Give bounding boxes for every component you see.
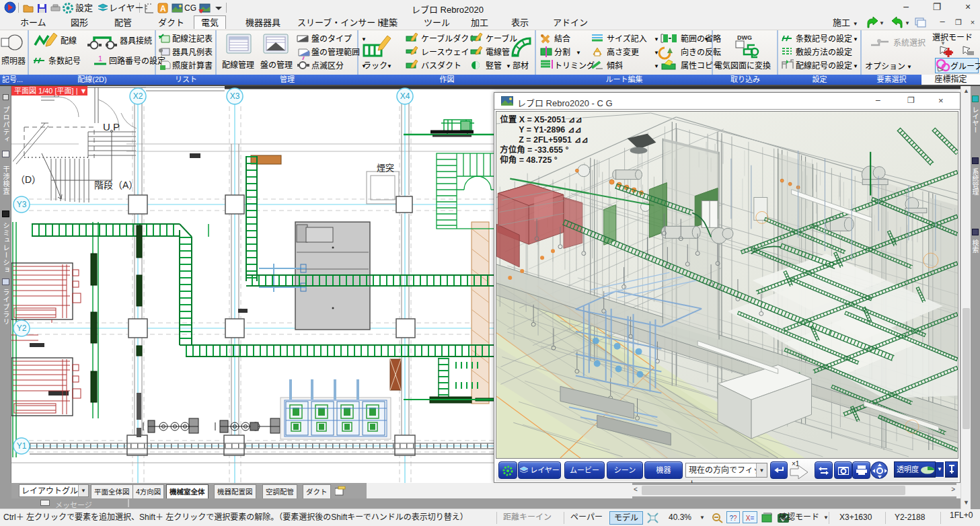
svg-text:盤の管理範囲: 盤の管理範囲	[311, 47, 360, 57]
svg-text:X3: X3	[230, 91, 240, 101]
svg-text:条数記号: 条数記号	[48, 56, 81, 66]
svg-text:サイズ記入: サイズ記入	[607, 34, 647, 44]
svg-text:Y2: Y2	[17, 324, 27, 333]
svg-text:敷設方法の設定: 敷設方法の設定	[796, 47, 852, 57]
svg-text:U P: U P	[103, 121, 120, 133]
svg-text:1: 1	[98, 54, 102, 63]
svg-text:方位角 = -33.655 °: 方位角 = -33.655 °	[500, 145, 568, 155]
svg-text:器具接続: 器具接続	[120, 36, 152, 46]
svg-text:電気図面に変換: 電気図面に変換	[714, 61, 771, 71]
svg-text:竪管: 竪管	[486, 61, 502, 71]
svg-text:系統選択: 系統選択	[893, 38, 926, 48]
svg-text:階段（A）: 階段（A）	[94, 180, 138, 190]
svg-text:点滅区分: 点滅区分	[311, 61, 344, 71]
svg-text:器具凡例表: 器具凡例表	[172, 48, 213, 57]
svg-text:▼: ▼	[361, 36, 367, 42]
svg-text:向きの反転: 向きの反転	[681, 47, 721, 57]
svg-text:（D）: （D）	[15, 174, 41, 185]
svg-text:Y3: Y3	[17, 200, 27, 209]
svg-text:照明器: 照明器	[1, 57, 26, 66]
svg-text:ケーブルダクト: ケーブルダクト	[421, 34, 477, 44]
svg-text:配線: 配線	[61, 36, 77, 46]
svg-text:▼: ▼	[576, 50, 581, 56]
svg-text:レースウェイ: レースウェイ	[421, 48, 469, 57]
svg-text:X2: X2	[133, 91, 143, 101]
svg-text:配線記号の設定: 配線記号の設定	[796, 61, 852, 71]
svg-text:盤のタイプ: 盤のタイプ	[311, 34, 352, 44]
svg-text:ケーブル: ケーブル	[486, 34, 517, 44]
svg-text:グループ: グループ	[950, 62, 980, 71]
svg-text:▼: ▼	[907, 64, 912, 70]
svg-text:▼: ▼	[654, 36, 659, 42]
svg-text:条数記号の設定: 条数記号の設定	[796, 34, 852, 44]
svg-text:▼: ▼	[387, 63, 392, 69]
svg-text:X4: X4	[400, 91, 410, 101]
svg-text:選択モード: 選択モード	[932, 33, 973, 42]
svg-text:▼: ▼	[853, 36, 858, 42]
svg-text:▼: ▼	[654, 63, 659, 69]
svg-text:配線管理: 配線管理	[222, 60, 254, 70]
svg-text:結合: 結合	[554, 34, 570, 44]
svg-text:Y = Y1-2896 ⊿⊿: Y = Y1-2896 ⊿⊿	[519, 125, 581, 135]
svg-text:仰角 = 48.725 °: 仰角 = 48.725 °	[500, 155, 558, 165]
svg-text:Z = 2FL+5951 ⊿⊿: Z = 2FL+5951 ⊿⊿	[519, 135, 588, 145]
svg-text:傾斜: 傾斜	[607, 61, 623, 71]
svg-text:位置 X = X5-2051 ⊿⊿: 位置 X = X5-2051 ⊿⊿	[500, 114, 582, 124]
svg-text:トリミング: トリミング	[554, 61, 595, 71]
svg-text:Y1: Y1	[17, 441, 27, 451]
svg-text:範囲の省略: 範囲の省略	[681, 34, 721, 44]
svg-text:▼: ▼	[905, 20, 910, 26]
svg-text:▼: ▼	[704, 36, 709, 42]
svg-text:照度計算書: 照度計算書	[172, 61, 213, 71]
svg-text:DWG: DWG	[737, 34, 752, 41]
svg-text:▼: ▼	[853, 63, 858, 69]
svg-text:▼: ▼	[506, 63, 511, 69]
svg-text:オプション: オプション	[865, 62, 905, 71]
svg-text:部材: 部材	[513, 61, 529, 71]
svg-text:設定: 設定	[75, 3, 93, 13]
svg-text:配線注記表: 配線注記表	[172, 34, 213, 44]
svg-text:盤の管理: 盤の管理	[260, 60, 293, 70]
svg-text:レイヤー: レイヤー	[109, 3, 144, 13]
svg-text:CG: CG	[184, 3, 196, 13]
svg-text:ラック: ラック	[363, 61, 387, 71]
svg-text:煙突: 煙突	[377, 163, 394, 173]
svg-text:A: A	[160, 4, 166, 13]
svg-text:分割: 分割	[554, 47, 570, 57]
svg-text:▼: ▼	[879, 20, 884, 26]
svg-text:平面図 1/40 [平面] | ▼: 平面図 1/40 [平面] | ▼	[14, 87, 87, 95]
svg-text:バスダクト: バスダクト	[421, 61, 461, 71]
svg-text:回路番号の設定: 回路番号の設定	[109, 56, 165, 66]
svg-text:高さ変更: 高さ変更	[607, 47, 639, 57]
svg-text:電線管: 電線管	[486, 47, 510, 57]
